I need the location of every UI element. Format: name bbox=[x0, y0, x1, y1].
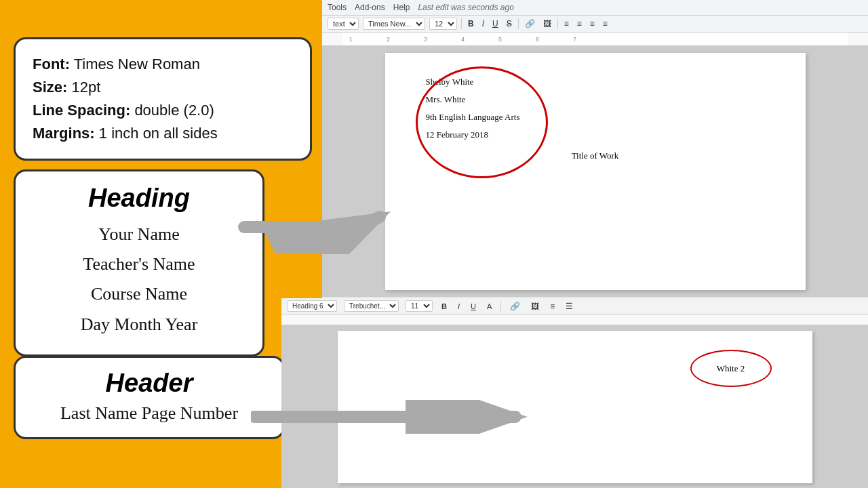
heading-info-box: Heading Your Name Teacher's Name Course … bbox=[14, 169, 264, 357]
header-box-title: Header bbox=[35, 369, 264, 398]
font-label: Font: bbox=[33, 56, 70, 73]
align-right-button[interactable]: ≡ bbox=[588, 18, 597, 29]
header-items: Last Name Page Number bbox=[35, 403, 264, 424]
margins-label: Margins: bbox=[33, 125, 95, 142]
lower-align-button[interactable]: ≡ bbox=[548, 301, 557, 312]
margins-info: Margins: 1 inch on all sides bbox=[33, 122, 293, 145]
italic-button[interactable]: I bbox=[480, 18, 486, 29]
heading-arrow bbox=[237, 200, 393, 254]
header-item-lastname: Last Name Page Number bbox=[35, 403, 264, 424]
last-edit-status: Last edit was seconds ago bbox=[418, 3, 513, 12]
lower-image-button[interactable]: 🖼 bbox=[529, 301, 541, 312]
heading-name: Shelby White bbox=[426, 73, 520, 91]
font-info: Font: Times New Roman bbox=[33, 53, 293, 76]
format-info-box: Font: Times New Roman Size: 12pt Line Sp… bbox=[14, 37, 312, 161]
heading-item-course: Course Name bbox=[35, 279, 243, 309]
page-doc-title: Title of Work bbox=[426, 150, 765, 161]
font-family-dropdown[interactable]: Times New... bbox=[363, 18, 425, 30]
docs-page-area: Shelby White Mrs. White 9th English Lang… bbox=[322, 46, 868, 297]
link-button[interactable]: 🔗 bbox=[523, 18, 537, 29]
style-dropdown[interactable]: text bbox=[328, 18, 359, 30]
header-arrow bbox=[251, 400, 549, 434]
lower-underline-button[interactable]: U bbox=[469, 301, 478, 312]
menu-tools[interactable]: Tools bbox=[328, 3, 347, 12]
google-docs-lower: Heading 6 Trebuchet... 11 B I U A 🔗 🖼 ≡ … bbox=[281, 298, 868, 488]
lower-font-dropdown[interactable]: Trebuchet... bbox=[344, 300, 399, 312]
menu-help[interactable]: Help bbox=[393, 3, 410, 12]
heading-items: Your Name Teacher's Name Course Name Day… bbox=[35, 220, 243, 340]
white2-text: White 2 bbox=[717, 363, 745, 374]
font-size-dropdown[interactable]: 12 bbox=[429, 18, 457, 30]
spacing-info: Line Spacing: double (2.0) bbox=[33, 99, 293, 122]
heading-teacher: Mrs. White bbox=[426, 91, 520, 108]
size-label: Size: bbox=[33, 79, 67, 96]
underline-button[interactable]: U bbox=[490, 18, 500, 29]
heading-box-title: Heading bbox=[35, 184, 243, 213]
google-docs-upper: Tools Add-ons Help Last edit was seconds… bbox=[322, 0, 868, 305]
ruler-inner: 1234567 bbox=[342, 33, 848, 45]
format-toolbar: text Times New... 12 B I U S 🔗 🖼 ≡ ≡ ≡ ≡ bbox=[322, 16, 868, 33]
size-info: Size: 12pt bbox=[33, 76, 293, 99]
heading-item-teacher: Teacher's Name bbox=[35, 249, 243, 279]
lower-link-button[interactable]: 🔗 bbox=[508, 301, 522, 312]
image-button[interactable]: 🖼 bbox=[541, 18, 553, 29]
align-justify-button[interactable]: ≡ bbox=[601, 18, 610, 29]
menu-addons[interactable]: Add-ons bbox=[355, 3, 385, 12]
heading-block: Shelby White Mrs. White 9th English Lang… bbox=[426, 73, 520, 144]
align-left-button[interactable]: ≡ bbox=[562, 18, 571, 29]
heading-date: 12 February 2018 bbox=[426, 126, 520, 144]
lower-ruler bbox=[281, 314, 868, 325]
docs-lower-toolbar: Heading 6 Trebuchet... 11 B I U A 🔗 🖼 ≡ … bbox=[281, 298, 868, 314]
align-center-button[interactable]: ≡ bbox=[575, 18, 584, 29]
heading-item-date: Day Month Year bbox=[35, 310, 243, 340]
page-white-upper: Shelby White Mrs. White 9th English Lang… bbox=[385, 53, 806, 290]
font-value: Times New Roman bbox=[74, 56, 200, 73]
margins-value: 1 inch on all sides bbox=[99, 125, 218, 142]
white2-circle: White 2 bbox=[690, 350, 772, 387]
spacing-label: Line Spacing: bbox=[33, 102, 130, 119]
docs-ruler: 1234567 bbox=[322, 33, 868, 46]
lower-style-dropdown[interactable]: Heading 6 bbox=[287, 300, 337, 312]
bold-button[interactable]: B bbox=[466, 18, 476, 29]
header-info-box: Header Last Name Page Number bbox=[14, 356, 285, 439]
lower-italic-button[interactable]: I bbox=[456, 301, 462, 312]
lower-list-button[interactable]: ☰ bbox=[564, 301, 575, 312]
size-value: 12pt bbox=[71, 79, 100, 96]
heading-course: 9th English Language Arts bbox=[426, 108, 520, 126]
spacing-value: double (2.0) bbox=[134, 102, 214, 119]
docs-toolbar: Tools Add-ons Help Last edit was seconds… bbox=[322, 0, 868, 16]
lower-font-color-button[interactable]: A bbox=[485, 302, 494, 311]
lower-bold-button[interactable]: B bbox=[439, 301, 449, 312]
lower-size-dropdown[interactable]: 11 bbox=[406, 300, 433, 312]
heading-item-name: Your Name bbox=[35, 220, 243, 249]
strikethrough-button[interactable]: S bbox=[505, 18, 514, 29]
